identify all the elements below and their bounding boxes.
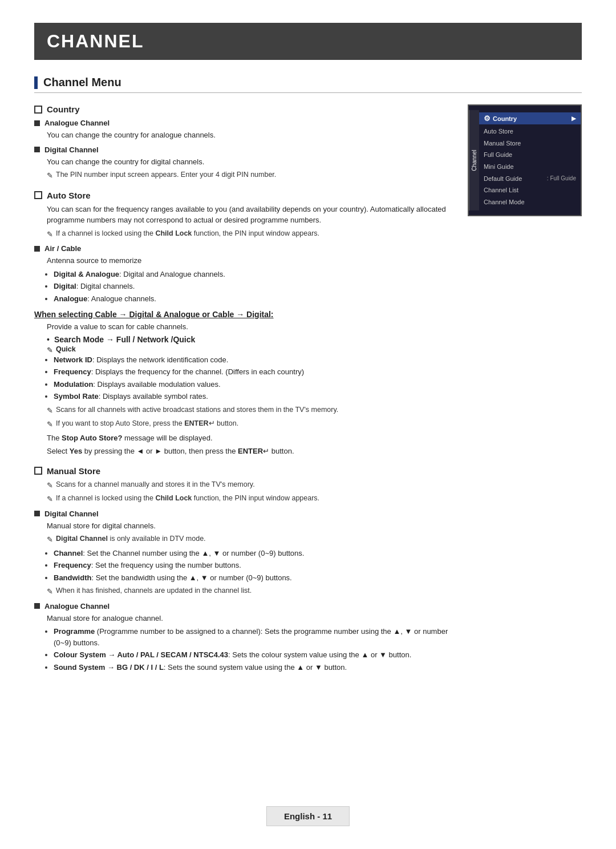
list-item: Symbol Rate: Displays available symbol r… <box>54 391 454 402</box>
select-text: Select Yes by pressing the ◄ or ► button… <box>47 446 454 457</box>
tv-menu-item-channel-mode: Channel Mode <box>479 196 581 208</box>
note-icon-1: ✎ <box>47 170 53 181</box>
manual-store-note2-text: If a channel is locked using the Child L… <box>56 493 319 504</box>
auto-store-checkbox-icon <box>34 191 42 199</box>
manual-digital-note1-text: Digital Channel is only available in DTV… <box>56 533 206 544</box>
auto-store-note3-text: If you want to stop Auto Store, press th… <box>56 418 238 429</box>
cable-sub-text: Provide a value to scan for cable channe… <box>47 321 454 333</box>
black-square-icon-3 <box>34 246 40 252</box>
auto-store-label: Auto Store <box>47 191 91 200</box>
analogue-channel-title-row: Analogue Channel <box>34 119 454 127</box>
tv-menu-item-channel-list: Channel List <box>479 184 581 196</box>
search-mode-row: Search Mode → Full / Network /Quick <box>47 335 454 344</box>
note-icon-3: ✎ <box>47 405 53 417</box>
auto-store-body: You can scan for the frequency ranges av… <box>47 204 454 226</box>
quick-bullets: Network ID: Displays the network identif… <box>54 354 454 402</box>
manual-digital-bullets: Channel: Set the Channel number using th… <box>54 548 454 584</box>
auto-store-note3: ✎ If you want to stop Auto Store, press … <box>47 418 454 430</box>
manual-digital-text: Manual store for digital channels. <box>47 520 454 532</box>
list-item: Frequency: Displays the frequency for th… <box>54 366 454 378</box>
manual-digital-title-row: Digital Channel <box>34 510 454 518</box>
black-square-icon-2 <box>34 147 40 152</box>
section-title: Channel Menu <box>43 76 121 89</box>
list-item: Analogue: Analogue channels. <box>54 293 454 305</box>
tv-menu-item-manual-store: Manual Store <box>479 138 581 149</box>
manual-store-section: Manual Store ✎ Scans for a channel manua… <box>34 466 454 673</box>
list-item: Digital: Digital channels. <box>54 281 454 292</box>
black-square-icon-4 <box>34 511 40 516</box>
tv-menu-item-mini-guide: Mini Guide <box>479 161 581 173</box>
manual-digital-label: Digital Channel <box>44 510 99 518</box>
note-icon-7: ✎ <box>47 534 53 545</box>
air-cable-label: Air / Cable <box>44 244 81 253</box>
manual-store-note2: ✎ If a channel is locked using the Child… <box>47 493 454 505</box>
country-note: ✎ The PIN number input screen appears. E… <box>47 169 454 181</box>
list-item: Channel: Set the Channel number using th… <box>54 548 454 559</box>
page-wrapper: CHANNEL Channel Menu Country Analogue Ch… <box>0 0 616 716</box>
note-icon-quick: ✎ <box>47 346 53 354</box>
black-square-icon <box>34 120 40 126</box>
digital-channel-label: Digital Channel <box>44 145 99 154</box>
manual-digital-note1: ✎ Digital Channel is only available in D… <box>47 533 454 545</box>
auto-store-note2-text: Scans for all channels with active broad… <box>56 405 338 415</box>
black-square-icon-5 <box>34 603 40 609</box>
cable-heading: When selecting Cable → Digital & Analogu… <box>34 310 454 319</box>
tv-menu-item-default-guide: Default Guide : Full Guide <box>479 173 581 185</box>
page-title: CHANNEL <box>47 31 569 52</box>
note-icon-8: ✎ <box>47 586 53 597</box>
analogue-channel-text: You can change the country for analogue … <box>47 130 454 141</box>
note-icon-4: ✎ <box>47 419 53 430</box>
digital-channel-text: You can change the country for digital c… <box>47 156 454 168</box>
tv-menu: Channel ⚙ Country ▶ Auto Store Manual St… <box>468 104 582 216</box>
search-mode-text: Search Mode → Full / Network /Quick <box>54 335 195 344</box>
manual-analogue-bullets: Programme (Programme number to be assign… <box>54 626 454 673</box>
auto-store-note1-text: If a channel is locked using the Child L… <box>56 228 319 239</box>
list-item: Bandwidth: Set the bandwidth using the ▲… <box>54 572 454 584</box>
manual-store-title-row: Manual Store <box>34 466 454 476</box>
channel-header: CHANNEL <box>34 23 582 60</box>
stop-text: The Stop Auto Store? message will be dis… <box>47 432 454 444</box>
country-label: Country <box>47 104 80 114</box>
list-item: Network ID: Displays the network identif… <box>54 354 454 366</box>
list-item: Sound System → BG / DK / I / L: Sets the… <box>54 662 454 673</box>
manual-analogue-label: Analogue Channel <box>44 602 110 611</box>
analogue-channel-label: Analogue Channel <box>44 119 110 127</box>
note-icon-6: ✎ <box>47 494 53 505</box>
list-item: Digital & Analogue: Digital and Analogue… <box>54 269 454 280</box>
tv-menu-header-item: Country <box>493 115 517 122</box>
auto-store-note1: ✎ If a channel is locked using the Child… <box>47 228 454 240</box>
tv-channel-tab: Channel <box>471 149 477 171</box>
quick-label: Quick <box>56 345 76 353</box>
auto-store-section: Auto Store You can scan for the frequenc… <box>34 191 454 457</box>
manual-digital-note2: ✎ When it has finished, channels are upd… <box>47 585 454 597</box>
manual-store-label: Manual Store <box>47 466 100 476</box>
manual-digital-note2-text: When it has finished, channels are updat… <box>56 585 252 596</box>
footer-badge: English - 11 <box>266 806 350 826</box>
footer-text: English - 11 <box>284 811 332 821</box>
note-icon-2: ✎ <box>47 229 53 240</box>
tv-menu-item-auto-store: Auto Store <box>479 126 581 138</box>
air-cable-title-row: Air / Cable <box>34 244 454 253</box>
section-heading: Channel Menu <box>34 76 582 93</box>
country-section: Country Analogue Channel You can change … <box>34 104 454 181</box>
list-item: Modulation: Displays available modulatio… <box>54 379 454 390</box>
manual-store-note1: ✎ Scans for a channel manually and store… <box>47 479 454 491</box>
manual-store-note1-text: Scans for a channel manually and stores … <box>56 479 255 490</box>
tv-menu-item-full-guide: Full Guide <box>479 149 581 161</box>
quick-note-row: ✎ Quick <box>47 345 454 354</box>
auto-store-title-row: Auto Store <box>34 191 454 200</box>
manual-analogue-text: Manual store for analogue channel. <box>47 613 454 624</box>
screenshot-panel: Channel ⚙ Country ▶ Auto Store Manual St… <box>468 104 582 682</box>
note-icon-5: ✎ <box>47 480 53 491</box>
list-item: Programme (Programme number to be assign… <box>54 626 454 648</box>
country-title-row: Country <box>34 104 454 114</box>
air-cable-text: Antenna source to memorize <box>47 255 454 266</box>
country-checkbox-icon <box>34 106 42 114</box>
list-item: Frequency: Set the frequency using the n… <box>54 560 454 571</box>
content-area: Country Analogue Channel You can change … <box>34 104 582 682</box>
country-note-text: The PIN number input screen appears. Ent… <box>56 169 276 180</box>
list-item: Colour System → Auto / PAL / SECAM / NTS… <box>54 649 454 661</box>
auto-store-note2: ✎ Scans for all channels with active bro… <box>47 405 454 417</box>
manual-analogue-title-row: Analogue Channel <box>34 602 454 611</box>
manual-store-checkbox-icon <box>34 467 42 475</box>
